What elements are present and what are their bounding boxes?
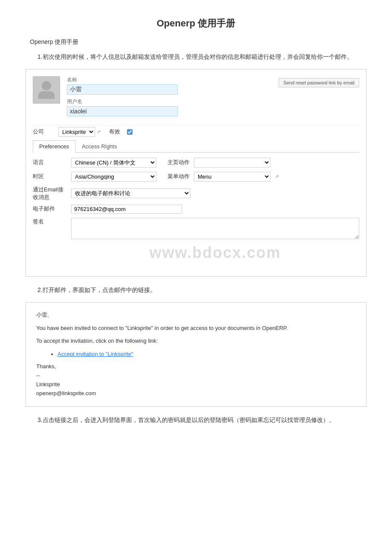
email-signature: Thanks, -- Linksprite openerp@linksprite… bbox=[36, 362, 356, 398]
menu-action-select[interactable]: Menu bbox=[194, 172, 271, 182]
company-row: 公司 Linksprite ↗ 有效 bbox=[33, 125, 359, 137]
preferences-content: 语言 Chinese (CN) / 简体中文 主页动作 时区 Asia/Chon… bbox=[33, 158, 359, 265]
step1-text: 1.初次使用的时候，将个人信息以及邮箱发送给管理员，管理员会对你的信息和邮箱进行… bbox=[26, 52, 366, 62]
email-address: openerp@linksprite.com bbox=[36, 389, 356, 398]
signature-label: 签名 bbox=[33, 218, 67, 225]
tabs-row: Preferences Access Rights bbox=[33, 140, 359, 153]
user-info-section: 名称 用户名 bbox=[67, 76, 272, 120]
language-label: 语言 bbox=[33, 159, 67, 166]
email-separator: -- bbox=[36, 371, 356, 380]
avatar bbox=[33, 76, 60, 104]
timezone-label: 时区 bbox=[33, 173, 67, 180]
username-input[interactable] bbox=[67, 106, 178, 116]
home-action-select[interactable] bbox=[194, 158, 271, 168]
name-label: 名称 bbox=[67, 76, 272, 84]
page-subtitle: Openerp 使用手册 bbox=[26, 38, 366, 46]
valid-checkbox[interactable] bbox=[127, 129, 133, 135]
email-label: 电子邮件 bbox=[33, 205, 67, 213]
email-row: 电子邮件 bbox=[33, 205, 359, 214]
company-link-icon[interactable]: ↗ bbox=[97, 129, 101, 135]
name-input[interactable] bbox=[67, 84, 178, 95]
timezone-row: 时区 Asia/Chongqing 菜单动作 Menu ↗ bbox=[33, 172, 359, 182]
company-select[interactable]: Linksprite bbox=[58, 127, 95, 137]
email-greeting: 小雷, bbox=[36, 311, 356, 319]
signature-row: 签名 www.bdocx.com bbox=[33, 218, 359, 265]
step2-text: 2.打开邮件，界面如下，点击邮件中的链接。 bbox=[26, 285, 366, 295]
menu-action-link-icon[interactable]: ↗ bbox=[275, 174, 279, 179]
signature-textarea[interactable] bbox=[71, 218, 359, 239]
email-notify-row: 通过Email接收消息 收进的电子邮件和讨论 bbox=[33, 186, 359, 201]
username-label: 用户名 bbox=[67, 98, 272, 105]
valid-label: 有效 bbox=[109, 128, 120, 136]
email-notify-select[interactable]: 收进的电子邮件和讨论 bbox=[71, 188, 190, 198]
email-thanks: Thanks, bbox=[36, 362, 356, 371]
accept-invitation-link[interactable]: Accept invitation to "Linksprite" bbox=[58, 351, 133, 357]
page-title: Openerp 使用手册 bbox=[26, 17, 366, 30]
email-body1: You have been invited to connect to "Lin… bbox=[36, 324, 356, 333]
timezone-select[interactable]: Asia/Chongqing bbox=[71, 172, 156, 182]
language-row: 语言 Chinese (CN) / 简体中文 主页动作 bbox=[33, 158, 359, 168]
email-company: Linksprite bbox=[36, 380, 356, 389]
menu-action-label: 菜单动作 bbox=[167, 173, 190, 180]
tab-access-rights[interactable]: Access Rights bbox=[75, 140, 123, 152]
reset-password-button[interactable]: Send reset password link by email bbox=[279, 78, 359, 87]
tab-preferences[interactable]: Preferences bbox=[33, 140, 75, 153]
email-link-item: Accept invitation to "Linksprite" bbox=[58, 351, 356, 357]
language-select[interactable]: Chinese (CN) / 简体中文 bbox=[71, 158, 156, 168]
step3-text: 3.点击链接之后，会进入到登陆界面，首次输入的密码就是以后的登陆密码（密码如果忘… bbox=[26, 415, 366, 425]
watermark: www.bdocx.com bbox=[71, 240, 359, 265]
email-body2: To accept the invitation, click on the f… bbox=[36, 337, 356, 346]
email-input[interactable] bbox=[71, 205, 182, 214]
company-label: 公司 bbox=[33, 128, 54, 136]
home-action-label: 主页动作 bbox=[167, 159, 190, 166]
email-panel: 小雷, You have been invited to connect to … bbox=[26, 302, 366, 407]
user-form-panel: 名称 用户名 Send reset password link by email… bbox=[26, 69, 366, 277]
email-notify-label: 通过Email接收消息 bbox=[33, 186, 67, 201]
